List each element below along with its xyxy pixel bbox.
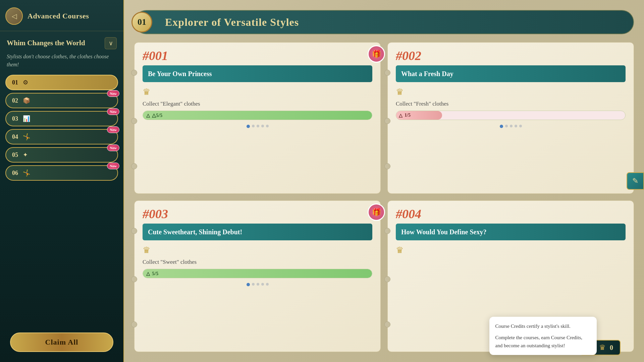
level-item-02[interactable]: 02 📦 New [5, 93, 118, 108]
notebook-hole-1 [131, 70, 137, 76]
course-card-004[interactable]: #004 How Would You Define Sexy? ♛ Course… [387, 200, 634, 352]
crown-icon-003: ♛ [143, 245, 372, 255]
gift-badge-003: 🎁 [368, 203, 385, 221]
level-number-05: 05 [12, 152, 18, 159]
claim-all-button[interactable]: Claim All [10, 333, 113, 352]
card-dot-003-5 [266, 283, 269, 286]
level-icon-03: 📊 [23, 115, 30, 122]
triangle-icon-002: △ [399, 113, 402, 118]
level-icon-06: 🤸 [23, 169, 30, 177]
notebook-hole-12 [384, 321, 390, 327]
chapter-chevron-button[interactable]: ∨ [105, 37, 117, 49]
sidebar-title: Advanced Courses [28, 12, 89, 20]
level-number-06: 06 [12, 170, 18, 177]
notebook-hole-11 [384, 276, 390, 282]
card-dot-001-5 [266, 125, 269, 127]
level-button-05[interactable]: 05 ✦ [5, 147, 118, 163]
level-item-03[interactable]: 03 📊 New [5, 111, 118, 126]
card-title-004: How Would You Define Sexy? [396, 224, 626, 240]
level-number-02: 02 [12, 97, 18, 104]
crown-icon-001: ♛ [143, 87, 372, 97]
new-badge-02: New [107, 90, 119, 97]
card-title-001: Be Your Own Princess [143, 65, 372, 82]
progress-fill-001: △ △5/5 [143, 111, 372, 120]
crown-icon-002: ♛ [396, 87, 626, 97]
new-badge-05: New [107, 144, 119, 151]
card-dot-002-5 [519, 125, 522, 127]
level-button-06[interactable]: 06 🤸 [5, 165, 118, 181]
card-dot-001-3 [257, 125, 259, 127]
card-dot-003-2 [252, 283, 255, 286]
crown-icon-004: ♛ [396, 245, 626, 255]
level-number-01: 01 [12, 79, 18, 86]
chapter-name: Whim Changes the World [7, 39, 85, 48]
notebook-hole-2 [131, 118, 137, 124]
card-number-003: #003 [143, 207, 372, 220]
back-icon: ◁ [12, 12, 17, 20]
card-dot-001-4 [261, 125, 264, 127]
level-icon-02: 📦 [23, 97, 30, 104]
card-task-001: Collect "Elegant" clothes [143, 101, 372, 107]
card-dot-001-1 [247, 125, 250, 128]
card-dot-002-1 [500, 125, 503, 128]
main-content: ✦ ✦ 01 Explorer of Versatile Styles 🎁 #0… [134, 10, 634, 352]
card-dots-003 [143, 283, 372, 286]
level-button-01[interactable]: 01 ⚙ [5, 75, 118, 90]
main-header: 01 Explorer of Versatile Styles [134, 10, 634, 34]
notebook-hole-3 [131, 163, 137, 169]
chapter-description: Stylists don't choose clothes, the cloth… [7, 53, 117, 69]
card-task-003: Collect "Sweet" clothes [143, 259, 372, 265]
level-item-01[interactable]: 01 ⚙ [5, 75, 118, 90]
triangle-icon-003: △ [146, 271, 150, 277]
cards-grid: 🎁 #001 Be Your Own Princess ♛ Collect "E… [134, 42, 634, 352]
card-number-002: #002 [396, 49, 626, 62]
header-title: Explorer of Versatile Styles [165, 16, 299, 28]
card-dots-002 [396, 125, 626, 128]
chevron-down-icon: ∨ [109, 40, 113, 47]
tooltip-line2: Complete the courses, earn Course Credit… [495, 334, 591, 350]
notebook-hole-8 [131, 276, 137, 282]
notebook-hole-9 [131, 321, 137, 327]
level-icon-01: ⚙ [23, 79, 28, 86]
notebook-hole-5 [384, 118, 390, 124]
new-badge-04: New [107, 126, 119, 133]
card-title-002: What a Fresh Day [396, 65, 626, 82]
level-button-04[interactable]: 04 🤸 [5, 129, 118, 144]
notebook-hole-4 [384, 70, 390, 76]
level-icon-05: ✦ [23, 151, 28, 159]
card-dot-002-2 [505, 125, 508, 127]
level-button-02[interactable]: 02 📦 [5, 93, 118, 108]
progress-bar-003: △ 5/5 [143, 269, 372, 278]
card-number-001: #001 [143, 49, 372, 62]
chapter-header: Whim Changes the World ∨ [7, 37, 117, 49]
progress-fill-002: △ 1/5 [396, 111, 442, 120]
progress-label-001: △5/5 [152, 112, 162, 118]
course-card-002[interactable]: #002 What a Fresh Day ♛ Collect "Fresh" … [387, 42, 634, 194]
level-item-04[interactable]: 04 🤸 New [5, 129, 118, 144]
card-number-004: #004 [396, 207, 626, 220]
header-level-number: 01 [138, 17, 146, 27]
progress-bar-001: △ △5/5 [143, 111, 372, 120]
chapter-section: Whim Changes the World ∨ Stylists don't … [0, 31, 123, 72]
progress-label-002: 1/5 [405, 113, 411, 118]
notebook-hole-7 [131, 228, 137, 234]
new-badge-06: New [107, 163, 119, 169]
card-dot-002-3 [510, 125, 513, 127]
sidebar-header: ◁ Advanced Courses [0, 0, 123, 31]
level-number-03: 03 [12, 115, 18, 122]
progress-bar-002: △ 1/5 [396, 111, 626, 120]
course-card-001[interactable]: 🎁 #001 Be Your Own Princess ♛ Collect "E… [134, 42, 381, 194]
progress-label-003: 5/5 [152, 271, 158, 277]
tooltip-line1: Course Credits certify a stylist's skill… [495, 322, 591, 330]
level-icon-04: 🤸 [23, 133, 30, 140]
edit-button[interactable]: ✎ [627, 172, 644, 190]
back-button[interactable]: ◁ [5, 7, 23, 25]
level-button-03[interactable]: 03 📊 [5, 111, 118, 126]
levels-list: 01 ⚙ 02 📦 New 03 📊 New 04 🤸 New [0, 72, 123, 183]
course-card-003[interactable]: 🎁 #003 Cute Sweetheart, Shining Debut! ♛… [134, 200, 381, 352]
level-item-05[interactable]: 05 ✦ New [5, 147, 118, 163]
card-dots-001 [143, 125, 372, 128]
card-dot-003-4 [261, 283, 264, 286]
card-title-003: Cute Sweetheart, Shining Debut! [143, 224, 372, 240]
level-item-06[interactable]: 06 🤸 New [5, 165, 118, 181]
